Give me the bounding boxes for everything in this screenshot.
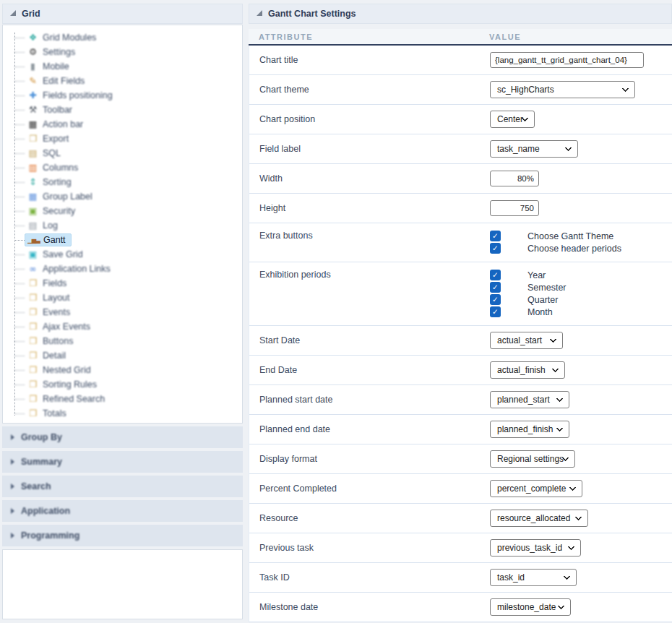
sidebar-header-grid[interactable]: Grid: [2, 4, 243, 24]
value-cell-display-format: Regional settings: [490, 450, 672, 468]
milestone-date-select[interactable]: milestone_date: [490, 598, 571, 616]
sidebar-item-buttons[interactable]: ❐Buttons: [3, 334, 242, 348]
settings-panel-title: Gantt Chart Settings: [268, 9, 356, 19]
resource-select[interactable]: resource_allocated: [490, 510, 588, 527]
sidebar-item-fields-positioning[interactable]: ✚Fields positioning: [3, 88, 242, 103]
sidebar-item-events[interactable]: ❐Events: [3, 305, 242, 319]
sidebar-item-log[interactable]: ▤Log: [3, 218, 242, 233]
chevron-down-icon: [565, 145, 572, 152]
folder-icon: ❐: [27, 293, 39, 303]
tree-connector: [14, 153, 25, 154]
collapse-triangle-icon: [10, 10, 16, 16]
sidebar-item-label: Columns: [43, 163, 78, 173]
checkbox-choose-gantt-theme[interactable]: ✓Choose Gantt Theme: [490, 230, 672, 242]
checkbox-checked-icon: ✓: [490, 294, 501, 305]
settings-row-planned-start-date: Planned start dateplanned_start: [249, 385, 672, 415]
accordion-section-summary[interactable]: Summary: [2, 451, 243, 473]
sidebar-item-application-links[interactable]: ∞Application Links: [3, 262, 242, 276]
settings-table: ATTRIBUTE VALUE Chart titleChart themesc…: [249, 29, 672, 622]
checkbox-month[interactable]: ✓Month: [490, 306, 672, 318]
attribute-column-header: ATTRIBUTE: [249, 33, 489, 41]
start-date-select[interactable]: actual_start: [490, 332, 563, 349]
accordion-section-application[interactable]: Application: [2, 500, 243, 522]
display-format-select[interactable]: Regional settings: [490, 450, 575, 468]
sidebar-item-nested-grid[interactable]: ❐Nested Grid: [3, 363, 242, 377]
planned-start-date-select[interactable]: planned_start: [490, 391, 569, 408]
accordion-section-group-by[interactable]: Group By: [2, 426, 243, 448]
checkbox-semester[interactable]: ✓Semester: [490, 281, 672, 293]
select-value: sc_HighCharts: [497, 85, 554, 95]
planned-end-date-select[interactable]: planned_finish: [490, 421, 569, 438]
sidebar-item-label: Application Links: [43, 264, 111, 274]
accordion-section-programming[interactable]: Programming: [2, 525, 243, 546]
select-value: milestone_date: [497, 602, 556, 612]
sidebar-item-sorting[interactable]: ⇕Sorting: [3, 175, 242, 189]
sidebar-item-edit-fields[interactable]: ✎Edit Fields: [3, 74, 242, 88]
width-input[interactable]: [490, 171, 539, 186]
folder-icon: ❐: [27, 351, 39, 361]
mobile-icon: ▮: [27, 62, 39, 72]
sidebar-item-settings[interactable]: ⚙Settings: [3, 45, 242, 59]
tree-connector: [14, 139, 25, 139]
chart-position-select[interactable]: Center: [490, 111, 535, 128]
sidebar-item-sorting-rules[interactable]: ❐Sorting Rules: [3, 377, 242, 392]
previous-task-select[interactable]: previous_task_id: [490, 539, 581, 557]
group-label-icon: ▦: [27, 192, 39, 202]
percent-completed-select[interactable]: percent_complete: [490, 480, 582, 497]
sidebar-item-mobile[interactable]: ▮Mobile: [3, 59, 242, 74]
sidebar-item-refined-search[interactable]: ❐Refined Search: [3, 392, 242, 406]
tree-connector: [14, 182, 25, 183]
field-label-select[interactable]: task_name: [490, 140, 578, 158]
value-cell-resource: resource_allocated: [490, 510, 672, 527]
settings-row-width: Width: [249, 164, 672, 194]
sidebar-item-fields[interactable]: ❐Fields: [3, 276, 242, 291]
sidebar-item-ajax-events[interactable]: ❐Ajax Events: [3, 319, 242, 334]
chart-theme-select[interactable]: sc_HighCharts: [490, 81, 635, 98]
attribute-label-chart-position: Chart position: [249, 114, 490, 124]
sidebar-item-export[interactable]: ❐Export: [3, 132, 242, 146]
sidebar-item-gantt[interactable]: ▁▅▃Gantt: [3, 233, 72, 247]
attribute-label-planned-start-date: Planned start date: [249, 395, 490, 405]
attribute-label-task-id: Task ID: [249, 572, 490, 583]
sidebar-item-security[interactable]: ▣Security: [3, 204, 242, 218]
select-value: planned_start: [497, 395, 550, 405]
sidebar-item-group-label[interactable]: ▦Group Label: [3, 189, 242, 204]
end-date-select[interactable]: actual_finish: [490, 361, 565, 379]
settings-row-chart-title: Chart title: [249, 46, 672, 75]
accordion-section-label: Group By: [21, 432, 62, 442]
sidebar-item-toolbar[interactable]: ⚒Toolbar: [3, 103, 242, 117]
sidebar-item-grid-modules[interactable]: ❖Grid Modules: [3, 30, 242, 45]
chevron-right-icon: [11, 484, 14, 489]
chevron-right-icon: [11, 533, 14, 538]
value-cell-height: [490, 200, 672, 216]
sidebar-item-totals[interactable]: ❐Totals: [3, 406, 242, 421]
sidebar-item-action-bar[interactable]: ▦Action bar: [3, 117, 242, 132]
settings-row-field-label: Field labeltask_name: [249, 134, 672, 164]
tree-connector: [14, 370, 25, 371]
sidebar-item-save-grid[interactable]: ▣Save Grid: [3, 247, 242, 262]
sidebar-item-label: Buttons: [43, 336, 73, 346]
value-cell-chart-title: [490, 52, 672, 68]
attribute-label-start-date: Start Date: [249, 335, 490, 345]
sidebar-item-layout[interactable]: ❐Layout: [3, 291, 242, 305]
edit-fields-icon: ✎: [27, 77, 39, 86]
chevron-right-icon: [11, 459, 14, 465]
sidebar-item-columns[interactable]: ▥Columns: [3, 160, 242, 175]
value-cell-planned-end-date: planned_finish: [490, 421, 672, 438]
checkbox-year[interactable]: ✓Year: [490, 269, 672, 281]
sidebar-item-detail[interactable]: ❐Detail: [3, 348, 242, 363]
accordion-section-search[interactable]: Search: [2, 476, 243, 497]
table-header-row: ATTRIBUTE VALUE: [249, 29, 672, 46]
settings-row-task-id: Task IDtask_id: [249, 563, 672, 593]
settings-panel-header[interactable]: Gantt Chart Settings: [249, 4, 672, 24]
settings-row-chart-theme: Chart themesc_HighCharts: [249, 75, 672, 105]
sidebar-item-label: Events: [43, 307, 70, 317]
checkbox-quarter[interactable]: ✓Quarter: [490, 293, 672, 306]
select-value: actual_finish: [497, 365, 546, 375]
height-input[interactable]: [490, 200, 539, 216]
chart-title-input[interactable]: [490, 52, 644, 68]
select-value: resource_allocated: [497, 513, 570, 523]
sidebar-item-sql[interactable]: ▤SQL: [3, 146, 242, 160]
task-id-select[interactable]: task_id: [490, 569, 577, 586]
checkbox-choose-header-periods[interactable]: ✓Choose header periods: [490, 242, 672, 254]
